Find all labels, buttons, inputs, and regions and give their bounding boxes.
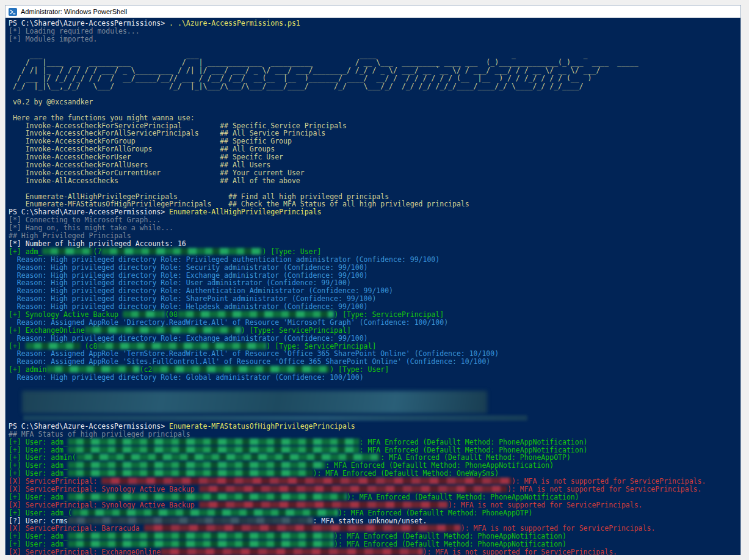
version-line: v0.2 by @0xcsandker [9, 98, 740, 106]
text-segment: ): MFA Enforced (Defaullt Method: PhoneA… [338, 509, 533, 517]
text-segment: [+] User: adm_ [9, 469, 68, 478]
text-segment: PS C:\Shared\Azure-AccessPermissions> [9, 422, 169, 431]
redacted-text [85, 327, 241, 333]
redacted-block [23, 415, 527, 421]
text-segment: / /| |_ / / / / / ___/ _ \_________ / /|… [9, 66, 600, 75]
powershell-icon [9, 8, 17, 16]
console-output[interactable]: PS C:\Shared\Azure-AccessPermissions> . … [5, 18, 740, 555]
text-segment: Reason: High privileged directory Role: … [9, 255, 440, 264]
text-segment: Invoke-AccessCheckForAllServicePrincipal… [9, 129, 325, 137]
text-segment: [X] ServicePrincipal: Synology Active Ba… [9, 501, 199, 509]
help-line: Invoke-AllAccessChecks ## All of the abo… [9, 177, 740, 185]
text-segment: (7 [93, 247, 101, 256]
redacted-text [101, 478, 512, 484]
text-segment: [+] Synology Active Backup [9, 310, 123, 319]
reason-line: Reason: Assigned AppRole 'Directory.Read… [9, 319, 740, 327]
redacted-text [152, 366, 330, 373]
text-segment: ): MFA Enforced (Defaullt Method: OneWay… [313, 469, 499, 478]
mfa-line: [X] ServicePrincipal: Synology Active Ba… [9, 485, 740, 493]
text-segment: PS C:\Shared\Azure-AccessPermissions> [9, 208, 169, 216]
text-segment: : MFA Enforced (Defaullt Method: PhoneAp… [325, 461, 554, 470]
text-segment: v0.2 by @0xcsandker [9, 98, 93, 106]
text-segment: [X] ServicePrincipal: [9, 477, 101, 485]
text-segment: Invoke-AccessCheckForAllGroups ## All Gr… [9, 145, 275, 153]
text-segment: . .\Azure-AccessPermissions.ps1 [169, 19, 300, 27]
redacted-text [68, 470, 313, 476]
text-segment: ## MFA Status of high privileged princip… [9, 430, 190, 438]
redacted-text [72, 509, 338, 516]
text-segment: [X] ServicePrincipal: Barracuda [9, 524, 144, 533]
mfa-line: [X] ServicePrincipal: Synology Active Ba… [9, 501, 740, 509]
text-segment: /_/ |_|\__,_/_/ \___/ /_/ |_|\___/\___/\… [9, 82, 584, 90]
powershell-window: Administrator: Windows PowerShell PS C:\… [5, 5, 741, 555]
text-segment: (08 [165, 310, 178, 319]
redacted-text [161, 548, 422, 555]
redacted-text [97, 343, 266, 349]
text-segment: Here are the functions you might wanna u… [9, 114, 195, 122]
text-segment: [+] [9, 342, 26, 351]
text-segment: PS C:\Shared\Azure-AccessPermissions> [9, 19, 169, 27]
text-segment: Reason: High privileged directory Role: … [9, 286, 393, 295]
text-segment: / ___ |/ /_/ /_/ / / / __/_____/__// ___… [9, 74, 592, 82]
title-bar[interactable]: Administrator: Windows PowerShell [5, 5, 740, 18]
redacted-text [68, 540, 334, 547]
text-segment: ): MFA Enforced (Defaullt Method: PhoneA… [334, 532, 566, 540]
text-segment: [+] User: adm_ [9, 438, 68, 446]
text-segment: ): MFA is not supported for ServicePrinc… [448, 501, 643, 509]
text-segment: Invoke-AccessCheckForAllUsers ## All Use… [9, 161, 270, 169]
text-segment: Invoke-AccessCheckForUser ## Specifc Use… [9, 153, 283, 161]
redacted-text [199, 501, 448, 508]
redacted-text [42, 248, 93, 255]
text-segment: Reason: High privileged directory Role: … [9, 302, 368, 311]
text-segment: (c8 [81, 342, 98, 351]
redacted-text [68, 462, 325, 468]
principal-line: [+] ExchangeOnline) [Type: ServicePrinci… [9, 327, 740, 335]
reason-line: Reason: High privileged directory Role: … [9, 374, 740, 382]
text-segment: Reason: High privileged directory Role: … [9, 373, 364, 382]
text-segment: Reason: Assigned AppRole 'TermStore.Read… [9, 349, 499, 358]
mfa-line: [+] User: adm_: MFA Enforced (Defaullt M… [9, 446, 740, 454]
text-segment: Enumerate-AllHighPrivilegePrincipals ## … [9, 192, 389, 201]
text-segment: [?] User: crms [9, 517, 68, 525]
text-segment: [*] Loading required modules... [9, 27, 140, 35]
text-segment: ): MFA Enforced (Defaullt Method: PhoneA… [334, 540, 566, 548]
text-segment: [X] ServicePrincipal: ExchangeOnline [9, 548, 161, 555]
text-segment: ) [Type: ServicePrincipal] [241, 326, 351, 335]
console-line [9, 90, 740, 98]
text-segment: ) [Type: User] [330, 365, 389, 374]
redacted-text [68, 517, 313, 524]
text-segment: Reason: High privileged directory Role: … [9, 271, 368, 280]
redacted-text [68, 493, 347, 500]
text-segment: [+] User: adm_ [9, 493, 68, 501]
text-segment: [+] User: adm_ [9, 532, 68, 540]
text-segment: [*] Modules imported. [9, 35, 97, 43]
text-segment: ): MFA is not supported for ServicePrinc… [461, 524, 656, 533]
text-segment: Enumerate-MFAStatusOfHighPrivilegePrinci… [9, 200, 469, 208]
text-segment: ## High Privileged Principals [9, 231, 131, 240]
mfa-line: [X] ServicePrincipal: ExchangeOnline): M… [9, 548, 740, 555]
text-segment: Invoke-AccessCheckForGroup ## Specific G… [9, 137, 292, 145]
text-segment: : MFA Enforced (Defaullt Method: PhoneAp… [360, 438, 588, 446]
text-segment: [+] User: admin( [9, 453, 76, 462]
text-segment: Reason: Assigned AppRole 'Directory.Read… [9, 318, 448, 327]
text-segment: [+] User: adm_( [9, 509, 72, 517]
text-segment: Invoke-AccessCheckForServicePrincipal ##… [9, 122, 347, 130]
text-segment: Enumerate-MFAStatusOfHighPrivilegePrinci… [169, 422, 355, 431]
text-segment: [+] User: adm_ [9, 446, 68, 454]
status-line: [*] Modules imported. [9, 35, 740, 43]
text-segment: ): MFA is not supported for ServicePrinc… [512, 477, 706, 485]
text-segment: [*] Number of high privileged Accounts: … [9, 239, 186, 248]
redacted-text [68, 446, 360, 453]
redacted-block [22, 391, 487, 413]
text-segment: ): MFA is not supported for ServicePrinc… [507, 485, 702, 493]
text-segment: [+] User: adm_ [9, 540, 68, 548]
redacted-text [26, 343, 81, 349]
text-segment: ): MFA Enforced (Defaullt Method: PhoneA… [347, 493, 579, 501]
text-segment: : MFA Enforced (Defaullt Method: PhoneAp… [380, 453, 571, 462]
banner-line: /_/ |_|\__,_/_/ \___/ /_/ |_|\___/\___/\… [9, 82, 740, 90]
text-segment: [X] ServicePrincipal: Synology Active Ba… [9, 485, 199, 493]
text-segment: Reason: High privileged directory Role: … [9, 263, 368, 272]
redacted-text [101, 248, 262, 255]
text-segment: ) [Type: ServicePrincipal] [266, 342, 376, 351]
redacted-text [199, 485, 507, 492]
